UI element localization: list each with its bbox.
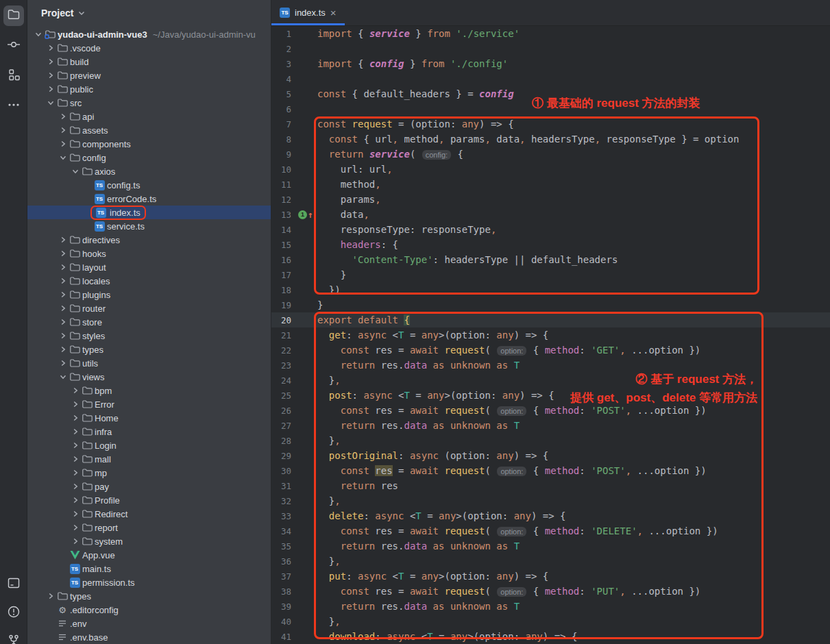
line-number[interactable]: 11 bbox=[271, 179, 297, 190]
line-number[interactable]: 13 bbox=[271, 210, 297, 220]
line-number[interactable]: 21 bbox=[271, 330, 297, 340]
code-line-17[interactable]: 17 } bbox=[271, 267, 830, 282]
tree-item-assets[interactable]: assets bbox=[27, 123, 271, 137]
line-number[interactable]: 24 bbox=[271, 375, 297, 386]
code-line-8[interactable]: 8 const { url, method, params, data, hea… bbox=[271, 132, 830, 147]
code-line-2[interactable]: 2 bbox=[271, 41, 830, 56]
code-line-34[interactable]: 34 const res = await request( option: { … bbox=[271, 523, 830, 538]
code-line-36[interactable]: 36 }, bbox=[271, 554, 830, 569]
tree-item-error[interactable]: Error bbox=[27, 397, 271, 411]
chevron-right-icon[interactable] bbox=[45, 71, 56, 79]
code-line-29[interactable]: 29 postOriginal: async (option: any) => … bbox=[271, 448, 830, 463]
line-number[interactable]: 26 bbox=[271, 406, 297, 416]
line-number[interactable]: 37 bbox=[271, 571, 297, 582]
code-line-9[interactable]: 9 return service( config: { bbox=[271, 147, 830, 162]
tree-item-utils[interactable]: utils bbox=[27, 356, 271, 370]
chevron-right-icon[interactable] bbox=[45, 85, 56, 93]
code-line-7[interactable]: 7const request = (option: any) => { bbox=[271, 116, 830, 132]
code-line-11[interactable]: 11 method, bbox=[271, 177, 830, 192]
structure-button[interactable] bbox=[3, 66, 24, 86]
chevron-right-icon[interactable] bbox=[58, 249, 69, 258]
code-line-31[interactable]: 31 return res bbox=[271, 478, 830, 493]
tree-item-bpm[interactable]: bpm bbox=[27, 384, 271, 397]
tree-item-pay[interactable]: pay bbox=[27, 480, 271, 493]
tree-item-mall[interactable]: mall bbox=[27, 452, 271, 466]
git-branch-button[interactable] bbox=[3, 632, 24, 644]
chevron-right-icon[interactable] bbox=[70, 414, 81, 422]
code-line-19[interactable]: 19} bbox=[271, 297, 830, 312]
chevron-down-icon[interactable] bbox=[58, 153, 69, 162]
tree-item-store[interactable]: store bbox=[27, 315, 271, 329]
line-number[interactable]: 7 bbox=[271, 119, 297, 129]
chevron-down-icon[interactable] bbox=[45, 99, 56, 107]
chevron-right-icon[interactable] bbox=[70, 469, 81, 477]
chevron-right-icon[interactable] bbox=[45, 592, 56, 600]
chevron-right-icon[interactable] bbox=[70, 455, 81, 463]
code-line-22[interactable]: 22 const res = await request( option: { … bbox=[271, 343, 830, 358]
line-number[interactable]: 18 bbox=[271, 285, 297, 295]
chevron-right-icon[interactable] bbox=[70, 537, 81, 545]
line-number[interactable]: 22 bbox=[271, 345, 297, 356]
line-number[interactable]: 8 bbox=[271, 134, 297, 145]
tree-item-router[interactable]: router bbox=[27, 301, 271, 315]
code-line-4[interactable]: 4 bbox=[271, 71, 830, 86]
code-line-15[interactable]: 15 headers: { bbox=[271, 237, 830, 252]
line-number[interactable]: 28 bbox=[271, 436, 297, 446]
chevron-down-icon[interactable] bbox=[58, 373, 69, 381]
code-line-25[interactable]: 25 post: async <T = any>(option: any) =>… bbox=[271, 388, 830, 403]
line-number[interactable]: 10 bbox=[271, 164, 297, 175]
chevron-right-icon[interactable] bbox=[45, 58, 56, 66]
tree-item-types[interactable]: types bbox=[27, 343, 271, 356]
line-number[interactable]: 15 bbox=[271, 240, 297, 250]
chevron-down-icon[interactable] bbox=[70, 167, 81, 175]
line-number[interactable]: 23 bbox=[271, 360, 297, 371]
chevron-right-icon[interactable] bbox=[58, 359, 69, 367]
code-line-21[interactable]: 21 get: async <T = any>(option: any) => … bbox=[271, 327, 830, 343]
tree-item-types[interactable]: types bbox=[27, 589, 271, 603]
tree-item-.vscode[interactable]: .vscode bbox=[27, 41, 271, 55]
code-line-39[interactable]: 39 return res.data as unknown as T bbox=[271, 599, 830, 614]
tree-item-infra[interactable]: infra bbox=[27, 425, 271, 438]
tree-item-build[interactable]: build bbox=[27, 55, 271, 69]
tree-item-login[interactable]: Login bbox=[27, 438, 271, 452]
tree-item-service.ts[interactable]: TSservice.ts bbox=[27, 219, 271, 233]
chevron-right-icon[interactable] bbox=[58, 345, 69, 354]
tree-item-profile[interactable]: Profile bbox=[27, 493, 271, 507]
code-line-24[interactable]: 24 }, bbox=[271, 373, 830, 388]
line-number[interactable]: 9 bbox=[271, 149, 297, 160]
tree-item-app.vue[interactable]: App.vue bbox=[27, 548, 271, 562]
tree-item-mp[interactable]: mp bbox=[27, 466, 271, 480]
tree-item-src[interactable]: src bbox=[27, 96, 271, 110]
line-number[interactable]: 39 bbox=[271, 602, 297, 612]
chevron-right-icon[interactable] bbox=[58, 290, 69, 299]
tree-item-directives[interactable]: directives bbox=[27, 233, 271, 247]
chevron-right-icon[interactable] bbox=[58, 277, 69, 285]
chevron-right-icon[interactable] bbox=[70, 510, 81, 518]
line-number[interactable]: 41 bbox=[271, 632, 297, 642]
tree-item-errorcode.ts[interactable]: TSerrorCode.ts bbox=[27, 192, 271, 206]
line-number[interactable]: 14 bbox=[271, 225, 297, 235]
tree-item-axios[interactable]: axios bbox=[27, 164, 271, 178]
line-number[interactable]: 2 bbox=[271, 44, 297, 54]
tree-item-system[interactable]: system bbox=[27, 534, 271, 548]
tree-item-.env[interactable]: .env bbox=[27, 617, 271, 630]
code-line-16[interactable]: 16 'Content-Type': headersType || defaul… bbox=[271, 252, 830, 267]
tree-item-views[interactable]: views bbox=[27, 370, 271, 384]
code-line-26[interactable]: 26 const res = await request( option: { … bbox=[271, 403, 830, 418]
tab-index-ts[interactable]: TS index.ts × bbox=[271, 0, 345, 25]
line-number[interactable]: 27 bbox=[271, 421, 297, 431]
code-line-3[interactable]: 3import { config } from './config' bbox=[271, 56, 830, 71]
tree-item-index.ts[interactable]: TSindex.ts bbox=[27, 206, 271, 219]
line-number[interactable]: 34 bbox=[271, 526, 297, 536]
chevron-right-icon[interactable] bbox=[58, 318, 69, 326]
chevron-right-icon[interactable] bbox=[45, 44, 56, 52]
code-line-1[interactable]: 1import { service } from './service' bbox=[271, 26, 830, 41]
tree-item-permission.ts[interactable]: TSpermission.ts bbox=[27, 575, 271, 589]
chevron-right-icon[interactable] bbox=[58, 263, 69, 271]
terminal-button[interactable] bbox=[3, 574, 24, 595]
tree-item-components[interactable]: components bbox=[27, 137, 271, 151]
tree-item-preview[interactable]: preview bbox=[27, 69, 271, 82]
line-number[interactable]: 20 bbox=[271, 315, 297, 325]
line-number[interactable]: 19 bbox=[271, 300, 297, 310]
line-number[interactable]: 35 bbox=[271, 541, 297, 552]
